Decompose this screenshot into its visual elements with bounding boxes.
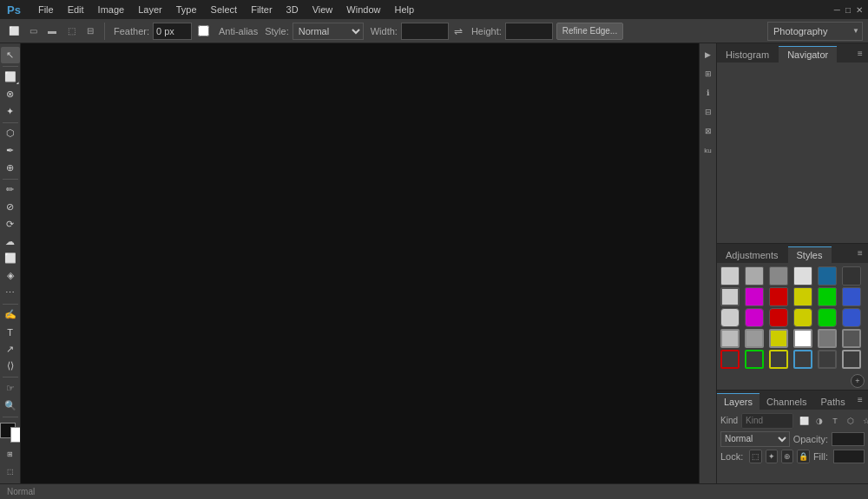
tool-shape[interactable]: ⟨⟩ xyxy=(1,358,20,375)
strip-minus-btn[interactable]: ⊟ xyxy=(700,104,716,120)
tool-screen-mode[interactable]: ⬚ xyxy=(1,463,20,480)
filter-pixel-icon[interactable]: ⬜ xyxy=(797,414,811,428)
menu-layer[interactable]: Layer xyxy=(131,3,169,16)
adj-panel-menu[interactable]: ≡ xyxy=(852,244,868,263)
menu-file[interactable]: File xyxy=(31,3,61,16)
swatch-10[interactable] xyxy=(818,287,837,306)
tool-crop[interactable]: ⬡ xyxy=(1,126,20,142)
filter-smart-icon[interactable]: ☆ xyxy=(859,414,868,428)
tool-lasso[interactable]: ⊗ xyxy=(1,86,20,102)
strip-info-btn[interactable]: ℹ xyxy=(700,85,716,101)
swatch-22[interactable] xyxy=(818,329,837,348)
tab-navigator[interactable]: Navigator xyxy=(779,46,837,62)
swatch-23[interactable] xyxy=(842,329,861,348)
tool-brush[interactable]: ✏ xyxy=(1,182,20,199)
swatch-3[interactable] xyxy=(793,266,812,286)
swatch-29[interactable] xyxy=(842,350,861,369)
kind-search-input[interactable] xyxy=(741,413,793,429)
tool-eraser[interactable]: ☁ xyxy=(1,233,20,250)
tab-channels[interactable]: Channels xyxy=(760,394,813,410)
swatch-5[interactable] xyxy=(842,266,861,286)
style-select[interactable]: Normal Fixed Ratio Fixed Size xyxy=(293,23,364,40)
strip-ku-btn[interactable]: ku xyxy=(700,142,716,158)
filter-adj-icon[interactable]: ◑ xyxy=(812,414,826,428)
blend-mode-select[interactable]: Normal Dissolve Multiply xyxy=(720,431,790,447)
lock-pixels-icon[interactable]: ⬚ xyxy=(749,450,761,463)
swatch-19[interactable] xyxy=(745,329,764,348)
menu-select[interactable]: Select xyxy=(204,3,245,16)
tool-dodge[interactable]: ⋯ xyxy=(1,285,20,301)
menu-3d[interactable]: 3D xyxy=(279,3,306,16)
feather-input[interactable] xyxy=(153,23,192,40)
marquee-rect-icon[interactable]: ⬜ xyxy=(5,23,23,40)
window-maximize[interactable]: □ xyxy=(845,5,851,15)
tool-quick-mask[interactable]: ⊞ xyxy=(1,447,20,463)
tool-marquee[interactable]: ⬜ xyxy=(1,69,20,86)
swatch-16[interactable] xyxy=(818,308,837,327)
tool-path-select[interactable]: ↗ xyxy=(1,341,20,358)
menu-view[interactable]: View xyxy=(306,3,340,16)
lock-position-icon[interactable]: ✦ xyxy=(766,450,778,463)
tool-gradient[interactable]: ⬜ xyxy=(1,250,20,266)
tool-move[interactable]: ↖ xyxy=(1,47,20,63)
tool-eyedropper[interactable]: ✒ xyxy=(1,142,20,159)
tool-history-brush[interactable]: ⟳ xyxy=(1,216,20,233)
menu-type[interactable]: Type xyxy=(169,3,204,16)
tool-zoom[interactable]: 🔍 xyxy=(1,397,20,414)
marquee-opt2-icon[interactable]: ⬚ xyxy=(62,23,80,40)
menu-edit[interactable]: Edit xyxy=(61,3,91,16)
swatch-9[interactable] xyxy=(793,287,812,306)
workspace-select[interactable]: Photography Essentials 3D Motion Paintin… xyxy=(767,22,863,41)
strip-play-btn[interactable]: ▶ xyxy=(700,47,716,62)
swatch-27[interactable] xyxy=(793,350,812,369)
swatch-17[interactable] xyxy=(842,308,861,327)
exchange-icon[interactable]: ⇌ xyxy=(454,25,463,37)
layers-panel-menu[interactable]: ≡ xyxy=(852,391,868,410)
lock-artboard-icon[interactable]: ⊕ xyxy=(781,450,793,463)
tab-histogram[interactable]: Histogram xyxy=(717,46,778,62)
swatch-18[interactable] xyxy=(720,329,740,348)
tool-hand[interactable]: ☞ xyxy=(1,380,20,397)
lock-all-icon[interactable]: 🔒 xyxy=(797,450,809,463)
swatch-13[interactable] xyxy=(745,308,764,327)
strip-layout-btn[interactable]: ⊠ xyxy=(700,123,716,139)
swatch-26[interactable] xyxy=(769,350,788,369)
menu-filter[interactable]: Filter xyxy=(244,3,279,16)
swatch-2[interactable] xyxy=(769,266,788,286)
tool-clone[interactable]: ⊘ xyxy=(1,199,20,215)
tool-healing[interactable]: ⊕ xyxy=(1,160,20,176)
swatch-28[interactable] xyxy=(818,350,837,369)
swatch-0[interactable] xyxy=(720,266,740,286)
swatch-7[interactable] xyxy=(745,287,764,306)
tool-blur[interactable]: ◈ xyxy=(1,267,20,284)
height-input[interactable] xyxy=(505,23,553,40)
anti-alias-checkbox[interactable] xyxy=(198,25,209,36)
refine-edge-button[interactable]: Refine Edge... xyxy=(556,23,623,40)
tool-text[interactable]: T xyxy=(1,324,20,340)
tool-quick-select[interactable]: ✦ xyxy=(1,103,20,120)
width-input[interactable] xyxy=(401,23,449,40)
swatch-8[interactable] xyxy=(769,287,788,306)
swatch-20[interactable] xyxy=(769,329,788,348)
tab-paths[interactable]: Paths xyxy=(814,394,852,410)
background-color[interactable] xyxy=(10,427,21,443)
strip-grid-btn[interactable]: ⊞ xyxy=(700,66,716,82)
swatch-1[interactable] xyxy=(745,266,764,286)
window-minimize[interactable]: ─ xyxy=(834,5,840,15)
marquee-opt1-icon[interactable]: ▬ xyxy=(43,23,61,40)
swatch-4[interactable] xyxy=(818,266,837,286)
swatch-21[interactable] xyxy=(793,329,812,348)
swatch-25[interactable] xyxy=(745,350,764,369)
filter-shape-icon[interactable]: ⬡ xyxy=(844,414,858,428)
menu-window[interactable]: Window xyxy=(339,3,387,16)
nav-panel-menu[interactable]: ≡ xyxy=(852,43,868,62)
swatch-24[interactable] xyxy=(720,350,740,369)
marquee-single-icon[interactable]: ▭ xyxy=(24,23,42,40)
menu-image[interactable]: Image xyxy=(91,3,132,16)
swatch-14[interactable] xyxy=(769,308,788,327)
filter-text-icon[interactable]: T xyxy=(828,414,842,428)
tool-pen[interactable]: ✍ xyxy=(1,306,20,323)
fill-input[interactable] xyxy=(833,450,865,463)
swatch-6[interactable] xyxy=(720,287,740,306)
opacity-input[interactable] xyxy=(832,432,865,446)
